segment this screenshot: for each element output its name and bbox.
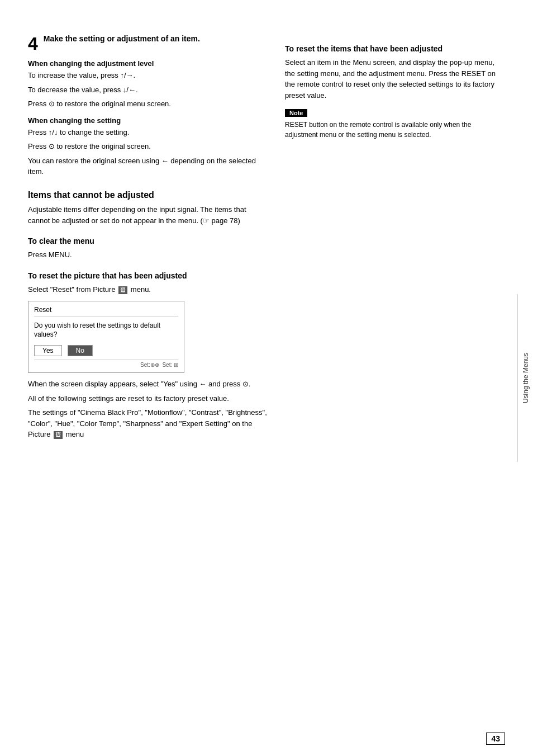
- reset-after-line2: All of the following settings are reset …: [28, 393, 268, 404]
- reset-items-heading: To reset the items that have been adjust…: [285, 44, 503, 54]
- step4-header: 4 Make the setting or adjustment of an i…: [28, 34, 268, 53]
- subsection-adjustment-level: When changing the adjustment level To in…: [28, 59, 268, 110]
- clear-menu-body: Press MENU.: [28, 249, 268, 261]
- section-clear-menu: To clear the menu Press MENU.: [28, 236, 268, 261]
- subsection1-line1: To increase the value, press ↑/→.: [28, 70, 268, 81]
- dialog-question: Do you wish to reset the settings to def…: [34, 321, 178, 340]
- reset-dialog: Reset Do you wish to reset the settings …: [28, 301, 184, 374]
- subsection1-heading: When changing the adjustment level: [28, 59, 268, 68]
- left-column: 4 Make the setting or adjustment of an i…: [28, 34, 268, 722]
- subsection1-line3: Press ⊙ to restore the original menu scr…: [28, 98, 268, 110]
- dialog-footer: Set:⊕⊕ Set: ⊞: [34, 360, 178, 368]
- subsection2-line1: Press ↑/↓ to change the setting.: [28, 127, 268, 138]
- section-reset-picture: To reset the picture that has been adjus…: [28, 271, 268, 440]
- note-box: Note RESET button on the remote control …: [285, 108, 503, 140]
- page-container: 4 Make the setting or adjustment of an i…: [0, 0, 533, 756]
- side-tab: Using the Menus: [517, 294, 533, 462]
- reset-picture-intro: Select "Reset" from Picture 🖼 menu.: [28, 284, 268, 295]
- items-cannot-body: Adjustable items differ depending on the…: [28, 204, 268, 226]
- dialog-title: Reset: [34, 306, 178, 316]
- side-tab-text: Using the Menus: [522, 353, 530, 403]
- subsection1-line2: To decrease the value, press ↓/←.: [28, 84, 268, 96]
- step-number: 4: [28, 35, 38, 53]
- reset-after-line3: The settings of "Cinema Black Pro", "Mot…: [28, 407, 268, 440]
- section-items-cannot: Items that cannot be adjusted Adjustable…: [28, 190, 268, 226]
- reset-items-body: Select an item in the Menu screen, and d…: [285, 57, 503, 101]
- items-cannot-heading: Items that cannot be adjusted: [28, 190, 268, 201]
- dialog-buttons: Yes No: [34, 345, 178, 356]
- subsection2-line3: You can restore the original screen usin…: [28, 155, 268, 177]
- subsection2-heading: When changing the setting: [28, 116, 268, 125]
- step4-title: Make the setting or adjustment of an ite…: [44, 34, 268, 45]
- section-reset-items: To reset the items that have been adjust…: [285, 44, 503, 140]
- dialog-yes-button[interactable]: Yes: [34, 345, 62, 356]
- note-text: RESET button on the remote control is av…: [285, 120, 503, 140]
- page-number: 43: [486, 733, 505, 745]
- subsection-changing-setting: When changing the setting Press ↑/↓ to c…: [28, 116, 268, 177]
- clear-menu-heading: To clear the menu: [28, 236, 268, 246]
- note-label: Note: [285, 109, 307, 117]
- main-content: 4 Make the setting or adjustment of an i…: [0, 17, 533, 739]
- dialog-no-button[interactable]: No: [68, 345, 93, 356]
- picture-icon2: 🖼: [54, 431, 63, 439]
- right-column: To reset the items that have been adjust…: [285, 34, 503, 722]
- picture-icon: 🖼: [118, 286, 127, 294]
- subsection2-line2: Press ⊙ to restore the original screen.: [28, 141, 268, 152]
- reset-after-line1: When the screen display appears, select …: [28, 379, 268, 390]
- reset-picture-heading: To reset the picture that has been adjus…: [28, 271, 268, 281]
